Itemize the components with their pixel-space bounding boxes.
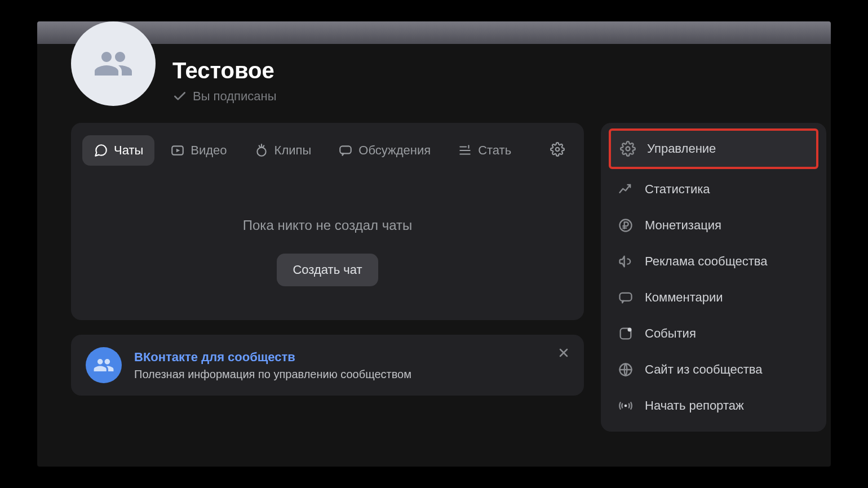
tab-articles-label: Стать [478,143,511,158]
subscribed-label: Вы подписаны [193,89,277,104]
sidebar-item-events[interactable]: События [601,316,826,352]
promo-avatar [86,347,122,383]
svg-point-4 [556,148,560,152]
svg-point-5 [626,147,630,151]
tab-video[interactable]: Видео [159,135,238,166]
title-block: Тестовое Вы подписаны [172,47,277,104]
svg-point-11 [625,405,627,407]
sidebar-item-statistics[interactable]: Статистика [601,171,826,207]
sidebar-item-comments[interactable]: Комментарии [601,280,826,316]
tab-video-label: Видео [191,143,227,158]
discussions-icon [338,143,353,158]
sidebar-item-website[interactable]: Сайт из сообщества [601,352,826,388]
sidebar-item-label: Статистика [645,182,710,197]
svg-rect-7 [620,293,632,301]
promo-title: ВКонтакте для сообществ [134,350,569,365]
sidebar-item-label: Управление [647,141,716,156]
sidebar-item-label: Комментарии [645,290,723,305]
tab-discussions-label: Обсуждения [358,143,431,158]
video-icon [170,143,185,158]
subscribed-status[interactable]: Вы подписаны [172,89,277,104]
close-icon [557,346,570,360]
empty-state: Пока никто не создал чаты Создать чат [82,167,573,303]
clips-icon [254,143,269,158]
articles-icon [458,143,472,158]
content-row: Чаты Видео Клипы Обсуждения [37,123,831,432]
tab-discussions[interactable]: Обсуждения [327,135,442,166]
megaphone-icon [618,254,634,269]
left-column: Чаты Видео Клипы Обсуждения [71,123,584,432]
create-chat-button[interactable]: Создать чат [277,254,378,286]
chats-icon [94,143,108,158]
community-avatar[interactable] [71,21,156,106]
sidebar-item-management[interactable]: Управление [611,131,816,167]
community-title: Тестовое [172,58,277,83]
svg-rect-3 [340,146,352,153]
svg-point-2 [257,148,265,156]
main-panel: Чаты Видео Клипы Обсуждения [71,123,584,320]
comment-icon [618,290,634,305]
sidebar-item-label: Сайт из сообщества [645,362,763,377]
tab-chats-label: Чаты [114,143,143,158]
chart-icon [618,181,634,197]
svg-marker-1 [176,149,180,153]
gear-icon [620,141,636,157]
highlight-box: Управление [609,128,818,169]
promo-panel[interactable]: ВКонтакте для сообществ Полезная информа… [71,335,584,396]
promo-close-button[interactable] [557,346,570,362]
sidebar-item-advertising[interactable]: Реклама сообщества [601,243,826,280]
empty-message: Пока никто не создал чаты [82,218,573,233]
tab-clips-label: Клипы [274,143,312,158]
sidebar-item-label: События [645,326,696,341]
tab-articles[interactable]: Стать [446,135,522,166]
check-icon [172,89,187,104]
tabs-row: Чаты Видео Клипы Обсуждения [82,134,573,167]
promo-text-block: ВКонтакте для сообществ Полезная информа… [134,350,569,381]
tab-clips[interactable]: Клипы [243,135,323,166]
tabs-settings-button[interactable] [542,134,573,167]
gear-icon [550,142,565,157]
side-panel: Управление Статистика Монетизация Реклам… [601,123,826,432]
globe-icon [618,362,634,378]
community-placeholder-icon [93,43,134,84]
app-window: Тестовое Вы подписаны Чаты Видео [37,21,831,467]
community-small-icon [93,354,114,376]
sidebar-item-label: Начать репортаж [645,398,744,413]
sidebar-item-label: Реклама сообщества [645,254,768,269]
tab-chats[interactable]: Чаты [82,135,154,166]
community-header: Тестовое Вы подписаны [37,44,831,123]
sidebar-item-label: Монетизация [645,218,721,233]
promo-subtitle: Полезная информация по управлению сообще… [134,368,569,381]
sidebar-item-monetization[interactable]: Монетизация [601,207,826,243]
svg-point-9 [628,328,632,332]
sidebar-item-reportage[interactable]: Начать репортаж [601,388,826,424]
broadcast-icon [618,398,634,414]
bell-notification-icon [618,326,634,341]
ruble-icon [618,218,634,233]
